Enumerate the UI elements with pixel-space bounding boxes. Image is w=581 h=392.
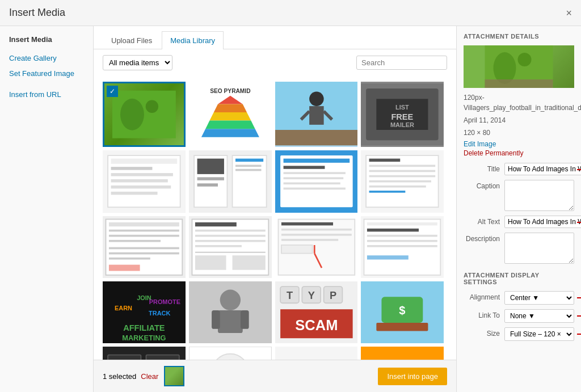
gallery-item[interactable]: HOME BASED <box>189 347 272 360</box>
svg-text:T: T <box>286 290 292 301</box>
svg-rect-119 <box>108 355 141 360</box>
tab-upload-files[interactable]: Upload Files <box>103 31 161 49</box>
svg-rect-59 <box>109 229 179 231</box>
tab-media-library[interactable]: Media Library <box>162 31 224 49</box>
svg-rect-104 <box>241 310 249 329</box>
gallery-container: ✓ SEO PYRAMID <box>94 76 456 360</box>
svg-marker-8 <box>205 121 255 129</box>
svg-point-145 <box>494 52 516 84</box>
size-select[interactable]: Full Size – 120 × 80 ▼ Thumbnail Medium <box>504 327 574 341</box>
tabs-container: Upload Files Media Library <box>94 26 456 49</box>
modal-footer: 1 selected Clear Insert into page <box>94 360 456 392</box>
sidebar-item-create-gallery[interactable]: Create Gallery <box>0 50 93 66</box>
gallery-item[interactable] <box>275 150 358 212</box>
svg-rect-82 <box>281 245 312 254</box>
description-field-row: Description <box>464 233 574 264</box>
svg-text:P: P <box>329 290 336 301</box>
link-to-select[interactable]: None ▼ Media File Attachment Page Custom… <box>504 309 574 323</box>
svg-rect-120 <box>146 355 179 360</box>
sidebar-item-set-featured[interactable]: Set Featured Image <box>0 66 93 81</box>
edit-image-link[interactable]: Edit Image <box>464 140 574 148</box>
svg-rect-27 <box>111 179 168 182</box>
modal-header: Insert Media × <box>0 0 581 26</box>
gallery-item[interactable] <box>275 347 358 360</box>
alignment-field-row: Alignment Center ▼ None Left Right <box>464 291 574 305</box>
svg-rect-26 <box>111 173 173 176</box>
svg-rect-90 <box>367 240 437 242</box>
gallery-item[interactable]: FREE LIST MAILER <box>361 82 444 147</box>
description-textarea[interactable] <box>504 233 574 264</box>
gallery-item[interactable]: $ <box>361 281 444 343</box>
svg-rect-72 <box>195 245 242 247</box>
description-label: Description <box>464 233 504 243</box>
svg-rect-91 <box>367 245 437 247</box>
gallery-item[interactable] <box>189 150 272 212</box>
clear-selection-link[interactable]: Clear <box>141 372 158 381</box>
svg-rect-54 <box>369 186 426 188</box>
svg-rect-103 <box>212 310 220 329</box>
svg-text:SCAM: SCAM <box>295 317 338 333</box>
svg-rect-92 <box>367 255 409 259</box>
gallery-item[interactable] <box>189 216 272 278</box>
gallery-grid: ✓ SEO PYRAMID <box>103 82 447 354</box>
gallery-item[interactable] <box>361 216 444 278</box>
svg-rect-65 <box>109 264 140 271</box>
svg-rect-62 <box>109 247 179 249</box>
alt-text-input[interactable] <box>504 216 581 228</box>
svg-rect-45 <box>283 183 340 185</box>
svg-rect-36 <box>235 159 263 162</box>
svg-marker-9 <box>201 129 259 137</box>
svg-rect-81 <box>281 239 338 241</box>
selected-count: 1 selected <box>103 372 136 381</box>
gallery-item[interactable] <box>275 216 358 278</box>
title-label: Title <box>464 163 504 173</box>
gallery-item[interactable]: ✓ <box>103 82 186 147</box>
selected-thumbnail <box>164 366 184 386</box>
svg-text:$: $ <box>399 304 406 317</box>
gallery-item[interactable] <box>103 150 186 212</box>
gallery-item[interactable] <box>275 82 358 147</box>
alignment-select[interactable]: Center ▼ None Left Right <box>504 291 574 305</box>
svg-marker-6 <box>213 104 246 112</box>
svg-point-146 <box>518 53 532 66</box>
svg-point-1 <box>120 99 144 130</box>
svg-rect-89 <box>367 234 437 237</box>
svg-rect-44 <box>283 178 343 180</box>
svg-rect-58 <box>109 222 179 226</box>
attachment-dimensions: 120 × 80 <box>464 128 574 138</box>
link-arrow-indicator <box>577 310 581 322</box>
gallery-item[interactable] <box>103 216 186 278</box>
svg-point-101 <box>220 290 240 310</box>
svg-rect-32 <box>232 155 266 207</box>
gallery-item[interactable]: Amazon.com: Online S amazon Shop million… <box>361 347 444 360</box>
svg-rect-68 <box>195 222 237 226</box>
gallery-item[interactable]: JOIN EARN PROMOTE TRACK AFFILIATE MARKET… <box>103 281 186 343</box>
gallery-item[interactable]: T Y P SCAM <box>275 281 358 343</box>
filter-select[interactable]: All media items Images Video Audio <box>103 55 172 70</box>
svg-rect-33 <box>197 159 224 174</box>
svg-rect-75 <box>232 255 265 270</box>
delete-permanently-link[interactable]: Delete Permanently <box>464 149 574 157</box>
insert-into-page-button[interactable]: Insert into page <box>378 368 447 385</box>
svg-rect-147 <box>485 79 553 88</box>
alt-text-label: Alt Text <box>464 216 504 226</box>
close-button[interactable]: × <box>566 8 572 18</box>
svg-rect-46 <box>283 188 345 190</box>
gallery-item[interactable] <box>361 150 444 212</box>
svg-rect-43 <box>283 172 345 175</box>
svg-rect-138 <box>361 347 444 360</box>
gallery-item[interactable]: SEO PYRAMID <box>189 82 272 147</box>
svg-rect-63 <box>109 252 179 254</box>
svg-text:MARKETING: MARKETING <box>122 334 166 342</box>
svg-rect-64 <box>109 258 150 260</box>
svg-rect-35 <box>197 184 217 187</box>
svg-rect-117 <box>377 323 428 331</box>
gallery-item[interactable]: MAKE YOUR DREAMS COME TRUE TOO GOOD TO B… <box>103 347 186 360</box>
search-input[interactable] <box>356 56 447 70</box>
alt-text-field-row: Alt Text <box>464 216 574 228</box>
svg-rect-28 <box>111 186 171 188</box>
gallery-item[interactable] <box>189 281 272 343</box>
sidebar-item-insert-url[interactable]: Insert from URL <box>0 87 93 102</box>
caption-textarea[interactable] <box>504 180 574 211</box>
title-input[interactable] <box>504 163 581 175</box>
